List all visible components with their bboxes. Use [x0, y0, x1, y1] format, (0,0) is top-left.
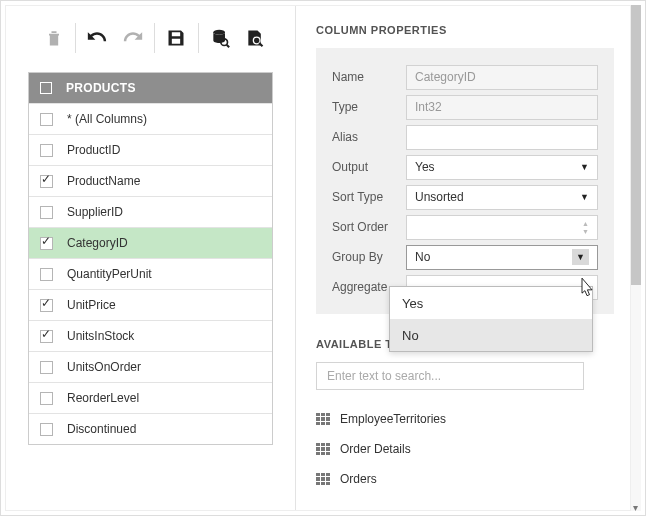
- db-button[interactable]: [203, 20, 238, 56]
- row-checkbox[interactable]: [40, 392, 53, 405]
- table-row[interactable]: UnitsOnOrder: [29, 351, 272, 382]
- table-row[interactable]: SupplierID: [29, 196, 272, 227]
- undo-icon: [87, 28, 107, 48]
- search-input[interactable]: Enter text to search...: [316, 362, 584, 390]
- name-field: CategoryID: [406, 65, 598, 90]
- toolbar: [36, 20, 273, 56]
- groupby-dropdown[interactable]: No▼: [406, 245, 598, 270]
- type-field: Int32: [406, 95, 598, 120]
- save-button[interactable]: [159, 20, 194, 56]
- svg-point-0: [214, 30, 226, 35]
- prop-label-type: Type: [332, 100, 406, 114]
- svg-line-4: [260, 43, 263, 46]
- chevron-down-icon: ▼: [580, 162, 589, 172]
- trash-icon: [44, 28, 64, 48]
- prop-label-sortorder: Sort Order: [332, 220, 406, 234]
- undo-button[interactable]: [80, 20, 115, 56]
- output-dropdown[interactable]: Yes▼: [406, 155, 598, 180]
- available-item-label: EmployeeTerritories: [340, 412, 446, 426]
- prop-label-sorttype: Sort Type: [332, 190, 406, 204]
- separator: [75, 23, 76, 53]
- preview-button[interactable]: [238, 20, 273, 56]
- row-checkbox[interactable]: [40, 206, 53, 219]
- table-header[interactable]: PRODUCTS: [29, 73, 272, 103]
- header-checkbox[interactable]: [40, 82, 52, 94]
- row-checkbox[interactable]: [40, 144, 53, 157]
- svg-line-2: [227, 45, 230, 48]
- row-label: CategoryID: [67, 236, 128, 250]
- database-icon: [210, 28, 230, 48]
- row-label: * (All Columns): [67, 112, 147, 126]
- chevron-down-icon: ▼: [580, 192, 589, 202]
- row-label: ReorderLevel: [67, 391, 139, 405]
- table-row[interactable]: QuantityPerUnit: [29, 258, 272, 289]
- available-item[interactable]: Orders: [316, 464, 614, 494]
- table-row[interactable]: UnitsInStock: [29, 320, 272, 351]
- row-label: UnitsInStock: [67, 329, 134, 343]
- table-row[interactable]: ReorderLevel: [29, 382, 272, 413]
- available-item-label: Order Details: [340, 442, 411, 456]
- column-properties-title: COLUMN PROPERTIES: [316, 24, 614, 36]
- delete-button[interactable]: [36, 20, 71, 56]
- separator: [198, 23, 199, 53]
- chevron-down-icon: ▼: [572, 249, 589, 265]
- prop-label-alias: Alias: [332, 130, 406, 144]
- table-row[interactable]: * (All Columns): [29, 103, 272, 134]
- row-label: QuantityPerUnit: [67, 267, 152, 281]
- row-checkbox[interactable]: [40, 268, 53, 281]
- redo-button[interactable]: [115, 20, 150, 56]
- separator: [154, 23, 155, 53]
- preview-icon: [245, 28, 265, 48]
- row-checkbox[interactable]: [40, 113, 53, 126]
- save-icon: [166, 28, 186, 48]
- row-checkbox[interactable]: [40, 330, 53, 343]
- row-label: ProductName: [67, 174, 140, 188]
- table-title: PRODUCTS: [66, 81, 136, 95]
- columns-table: PRODUCTS * (All Columns) ProductID Produ…: [28, 72, 273, 445]
- dropdown-option-yes[interactable]: Yes: [390, 287, 592, 319]
- table-icon: [316, 473, 330, 485]
- table-row-selected[interactable]: CategoryID: [29, 227, 272, 258]
- properties-panel: NameCategoryID TypeInt32 Alias OutputYes…: [316, 48, 614, 314]
- dropdown-option-no[interactable]: No: [390, 319, 592, 351]
- row-checkbox[interactable]: [40, 423, 53, 436]
- table-icon: [316, 443, 330, 455]
- sorttype-dropdown[interactable]: Unsorted▼: [406, 185, 598, 210]
- prop-label-groupby: Group By: [332, 250, 406, 264]
- table-row[interactable]: Discontinued: [29, 413, 272, 444]
- groupby-dropdown-popup: Yes No: [389, 286, 593, 352]
- row-label: SupplierID: [67, 205, 123, 219]
- spinner-icon[interactable]: ▲▼: [582, 220, 589, 235]
- available-item[interactable]: Order Details: [316, 434, 614, 464]
- scrollbar-thumb[interactable]: [631, 5, 641, 285]
- row-checkbox[interactable]: [40, 237, 53, 250]
- table-row[interactable]: ProductID: [29, 134, 272, 165]
- prop-label-name: Name: [332, 70, 406, 84]
- row-checkbox[interactable]: [40, 299, 53, 312]
- search-placeholder: Enter text to search...: [327, 369, 441, 383]
- row-label: UnitPrice: [67, 298, 116, 312]
- available-item[interactable]: EmployeeTerritories: [316, 404, 614, 434]
- sortorder-field[interactable]: ▲▼: [406, 215, 598, 240]
- row-checkbox[interactable]: [40, 361, 53, 374]
- row-label: Discontinued: [67, 422, 136, 436]
- table-row[interactable]: UnitPrice: [29, 289, 272, 320]
- prop-label-output: Output: [332, 160, 406, 174]
- row-label: UnitsOnOrder: [67, 360, 141, 374]
- redo-icon: [123, 28, 143, 48]
- row-label: ProductID: [67, 143, 120, 157]
- vertical-scrollbar[interactable]: ▴ ▾: [631, 5, 641, 511]
- scroll-down-arrow[interactable]: ▾: [633, 503, 638, 513]
- alias-field[interactable]: [406, 125, 598, 150]
- table-icon: [316, 413, 330, 425]
- row-checkbox[interactable]: [40, 175, 53, 188]
- available-item-label: Orders: [340, 472, 377, 486]
- table-row[interactable]: ProductName: [29, 165, 272, 196]
